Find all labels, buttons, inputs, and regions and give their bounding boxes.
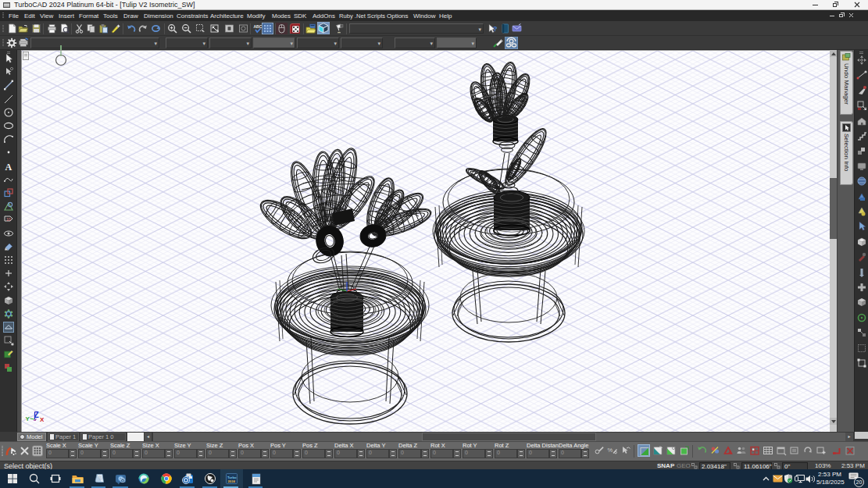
svg-text:X: X (40, 416, 45, 423)
svg-text:Y: Y (26, 415, 30, 422)
svg-text:2024: 2024 (228, 479, 236, 483)
svg-text:?: ? (493, 25, 498, 33)
svg-text:%: % (608, 447, 613, 454)
svg-text:A: A (5, 161, 13, 172)
svg-text:10: 10 (6, 217, 11, 222)
